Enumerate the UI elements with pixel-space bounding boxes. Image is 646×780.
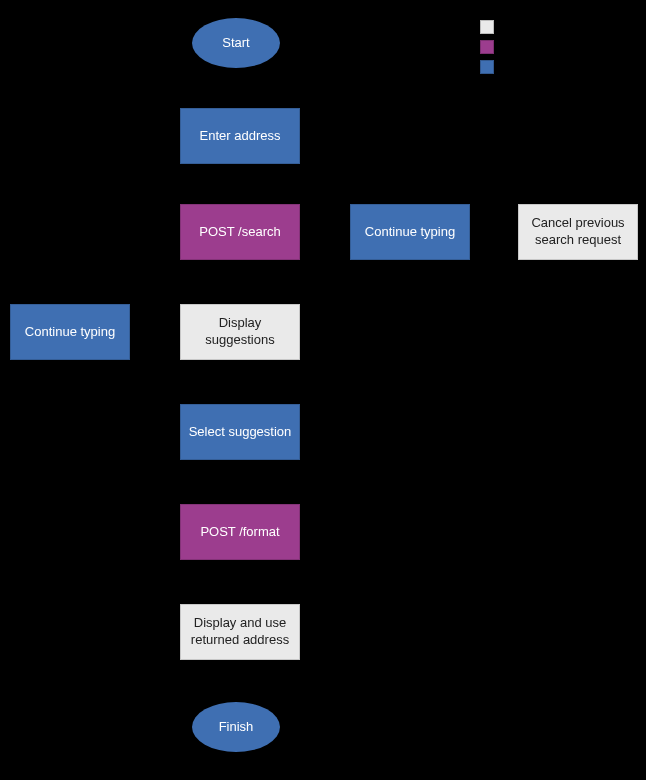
node-label: Continue typing bbox=[365, 224, 455, 241]
legend-item bbox=[480, 60, 502, 74]
node-select-suggestion: Select suggestion bbox=[180, 404, 300, 460]
node-continue-typing-right: Continue typing bbox=[350, 204, 470, 260]
node-finish: Finish bbox=[192, 702, 280, 752]
legend-swatch-blue bbox=[480, 60, 494, 74]
legend-item bbox=[480, 20, 502, 34]
node-enter-address: Enter address bbox=[180, 108, 300, 164]
node-cancel-previous: Cancel previous search request bbox=[518, 204, 638, 260]
node-label: Finish bbox=[219, 719, 254, 736]
node-start: Start bbox=[192, 18, 280, 68]
node-label: POST /search bbox=[199, 224, 280, 241]
node-label: Continue typing bbox=[25, 324, 115, 341]
node-display-suggestions: Display suggestions bbox=[180, 304, 300, 360]
legend bbox=[480, 20, 502, 74]
node-continue-typing-left: Continue typing bbox=[10, 304, 130, 360]
node-label: Enter address bbox=[200, 128, 281, 145]
node-label: Display and use returned address bbox=[185, 615, 295, 649]
legend-swatch-white bbox=[480, 20, 494, 34]
legend-swatch-purple bbox=[480, 40, 494, 54]
legend-item bbox=[480, 40, 502, 54]
node-post-format: POST /format bbox=[180, 504, 300, 560]
node-label: Display suggestions bbox=[185, 315, 295, 349]
node-label: Select suggestion bbox=[189, 424, 292, 441]
node-display-returned: Display and use returned address bbox=[180, 604, 300, 660]
node-post-search: POST /search bbox=[180, 204, 300, 260]
node-label: Start bbox=[222, 35, 249, 52]
node-label: Cancel previous search request bbox=[523, 215, 633, 249]
node-label: POST /format bbox=[200, 524, 279, 541]
